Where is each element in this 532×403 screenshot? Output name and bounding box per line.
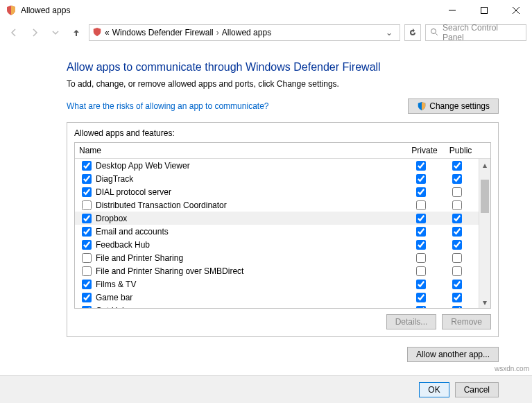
table-row[interactable]: DIAL protocol server: [75, 185, 479, 198]
private-checkbox[interactable]: [416, 266, 426, 276]
public-checkbox[interactable]: [452, 266, 462, 276]
crumb-firewall[interactable]: Windows Defender Firewall: [112, 28, 214, 37]
private-checkbox[interactable]: [416, 200, 426, 210]
remove-button[interactable]: Remove: [442, 314, 491, 329]
table-row[interactable]: Distributed Transaction Coordinator: [75, 198, 479, 212]
address-bar[interactable]: « Windows Defender Firewall › Allowed ap…: [89, 24, 400, 41]
public-checkbox[interactable]: [452, 161, 462, 171]
app-enable-checkbox[interactable]: [82, 253, 92, 263]
col-name[interactable]: Name: [75, 143, 406, 158]
col-scroll: [479, 143, 490, 158]
table-row[interactable]: File and Printer Sharing over SMBDirect: [75, 264, 479, 277]
public-checkbox[interactable]: [452, 306, 462, 309]
svg-rect-1: [481, 8, 488, 14]
app-enable-checkbox[interactable]: [82, 293, 92, 302]
app-enable-checkbox[interactable]: [82, 214, 92, 223]
public-checkbox[interactable]: [452, 293, 462, 302]
back-button[interactable]: [6, 24, 22, 41]
panel-title: Allowed apps and features:: [74, 128, 491, 138]
public-checkbox[interactable]: [452, 174, 462, 184]
table-row[interactable]: File and Printer Sharing: [75, 251, 479, 264]
app-enable-checkbox[interactable]: [82, 200, 92, 210]
col-public[interactable]: Public: [443, 143, 479, 158]
scroll-up-icon[interactable]: ▴: [479, 159, 490, 171]
private-checkbox[interactable]: [416, 161, 426, 171]
public-checkbox[interactable]: [452, 214, 462, 223]
public-checkbox[interactable]: [452, 253, 462, 263]
chevron-right-icon: ›: [216, 28, 219, 37]
maximize-button[interactable]: [468, 0, 500, 21]
table-row[interactable]: Get Help: [75, 304, 479, 308]
public-checkbox[interactable]: [452, 280, 462, 289]
private-checkbox[interactable]: [416, 280, 426, 289]
app-enable-checkbox[interactable]: [82, 266, 92, 276]
titlebar: Allowed apps: [0, 0, 532, 21]
minimize-button[interactable]: [436, 0, 468, 21]
app-name: Distributed Transaction Coordinator: [96, 200, 402, 210]
allow-another-app-button[interactable]: Allow another app...: [407, 347, 499, 362]
table-row[interactable]: Desktop App Web Viewer: [75, 159, 479, 172]
app-name: Films & TV: [96, 280, 402, 289]
search-input[interactable]: Search Control Panel: [425, 24, 526, 41]
private-checkbox[interactable]: [416, 306, 426, 309]
private-checkbox[interactable]: [416, 253, 426, 263]
crumb-sep: «: [105, 28, 110, 37]
private-checkbox[interactable]: [416, 174, 426, 184]
table-row[interactable]: Feedback Hub: [75, 238, 479, 251]
navbar: « Windows Defender Firewall › Allowed ap…: [0, 21, 532, 44]
change-settings-label: Change settings: [429, 101, 490, 111]
table-row[interactable]: Game bar: [75, 291, 479, 304]
table-row[interactable]: Email and accounts: [75, 225, 479, 238]
recent-button[interactable]: [47, 24, 64, 41]
details-button[interactable]: Details...: [386, 314, 437, 329]
col-private[interactable]: Private: [406, 143, 443, 158]
private-checkbox[interactable]: [416, 227, 426, 237]
watermark: wsxdn.com: [495, 365, 529, 372]
public-checkbox[interactable]: [452, 240, 462, 250]
app-enable-checkbox[interactable]: [82, 187, 92, 197]
forward-button[interactable]: [26, 24, 43, 41]
address-dropdown[interactable]: ⌄: [381, 28, 397, 37]
private-checkbox[interactable]: [416, 187, 426, 197]
scroll-thumb[interactable]: [481, 180, 489, 213]
scroll-down-icon[interactable]: ▾: [479, 296, 490, 308]
app-enable-checkbox[interactable]: [82, 280, 92, 289]
public-checkbox[interactable]: [452, 227, 462, 237]
table-header: Name Private Public: [75, 143, 490, 159]
private-checkbox[interactable]: [416, 293, 426, 302]
app-enable-checkbox[interactable]: [82, 240, 92, 250]
ok-button[interactable]: OK: [419, 382, 449, 397]
risk-link[interactable]: What are the risks of allowing an app to…: [67, 101, 268, 111]
up-button[interactable]: [68, 24, 85, 41]
private-checkbox[interactable]: [416, 214, 426, 223]
private-checkbox[interactable]: [416, 240, 426, 250]
app-enable-checkbox[interactable]: [82, 227, 92, 237]
table-row[interactable]: DiagTrack: [75, 172, 479, 185]
refresh-button[interactable]: [404, 24, 421, 41]
table-row[interactable]: Dropbox: [75, 212, 479, 225]
page-subtext: To add, change, or remove allowed apps a…: [67, 79, 499, 89]
crumb-allowed[interactable]: Allowed apps: [222, 28, 271, 37]
svg-point-4: [431, 28, 436, 33]
app-name: File and Printer Sharing over SMBDirect: [96, 266, 402, 276]
change-settings-button[interactable]: Change settings: [408, 98, 499, 114]
window-title: Allowed apps: [21, 6, 436, 15]
search-placeholder: Search Control Panel: [443, 23, 522, 42]
app-name: File and Printer Sharing: [96, 253, 402, 263]
app-icon: [6, 5, 17, 16]
apps-table: Name Private Public Desktop App Web View…: [74, 142, 491, 309]
close-button[interactable]: [500, 0, 532, 21]
app-name: Desktop App Web Viewer: [96, 161, 402, 171]
scrollbar[interactable]: ▴ ▾: [479, 159, 490, 308]
app-name: DIAL protocol server: [96, 187, 402, 197]
allowed-apps-panel: Allowed apps and features: Name Private …: [67, 122, 499, 337]
app-enable-checkbox[interactable]: [82, 174, 92, 184]
public-checkbox[interactable]: [452, 187, 462, 197]
content: Allow apps to communicate through Window…: [0, 44, 532, 337]
table-row[interactable]: Films & TV: [75, 277, 479, 291]
cancel-button[interactable]: Cancel: [455, 382, 499, 397]
app-name: Email and accounts: [96, 227, 402, 237]
app-enable-checkbox[interactable]: [82, 306, 92, 309]
public-checkbox[interactable]: [452, 200, 462, 210]
app-enable-checkbox[interactable]: [82, 161, 92, 171]
